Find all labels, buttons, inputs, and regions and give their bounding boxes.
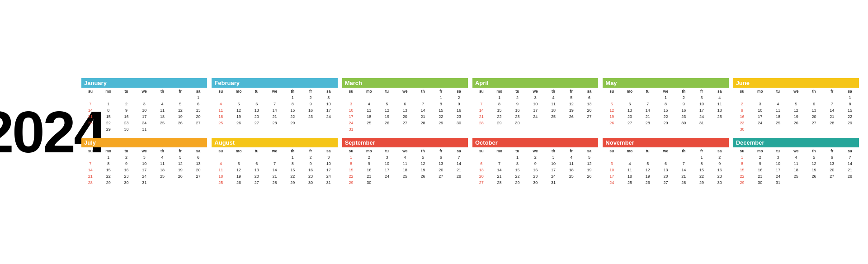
day-cell: 19	[639, 173, 657, 179]
day-cell: 11	[787, 160, 805, 167]
day-cell: 10	[320, 101, 338, 107]
dow-cell: tu	[378, 148, 396, 154]
dow-cell: su	[81, 89, 99, 94]
day-cell: 14	[675, 167, 693, 173]
day-cell: 10	[320, 160, 338, 167]
day-cell: 14	[450, 160, 468, 167]
dow-cell: we	[526, 148, 544, 154]
day-cell: 7	[472, 101, 491, 107]
dow-cell: we	[657, 148, 675, 154]
dow-cell: sa	[711, 89, 729, 94]
day-cell: 18	[396, 167, 414, 173]
dow-cell: mo	[491, 148, 509, 154]
day-cell: 24	[751, 120, 769, 126]
dow-cell: sa	[189, 89, 208, 94]
day-cell: 8	[733, 160, 751, 167]
day-cell: 24	[544, 173, 562, 179]
day-cell: 15	[283, 167, 302, 173]
dow-cell: mo	[751, 89, 769, 94]
day-cell: 7	[823, 101, 841, 107]
days-grid: 1234567891011121314151617181920212223242…	[212, 94, 337, 126]
day-cell: 7	[81, 160, 99, 167]
dow-row: sumotuwethfrsa	[472, 89, 598, 94]
day-cell: 9	[675, 101, 693, 107]
month-november: Novembersumotuwethfrsa123456789101112131…	[603, 138, 728, 186]
day-cell: 30	[302, 179, 320, 186]
day-cell: 14	[841, 160, 859, 167]
day-empty	[639, 154, 657, 160]
day-cell: 24	[769, 173, 787, 179]
day-cell: 4	[212, 160, 230, 167]
dow-cell: th	[544, 89, 562, 94]
day-cell: 13	[248, 167, 266, 173]
day-cell: 4	[562, 154, 580, 160]
day-cell: 2	[360, 154, 378, 160]
day-cell: 10	[342, 107, 360, 113]
day-empty	[248, 94, 266, 101]
day-cell: 2	[675, 94, 693, 101]
dow-cell: fr	[432, 148, 450, 154]
day-cell: 28	[639, 120, 657, 126]
day-cell: 15	[693, 167, 711, 173]
day-cell: 25	[544, 113, 562, 120]
day-empty	[414, 94, 432, 101]
day-cell: 16	[118, 167, 136, 173]
day-cell: 12	[230, 107, 248, 113]
day-cell: 11	[769, 107, 787, 113]
day-cell: 24	[320, 173, 338, 179]
day-cell: 26	[562, 113, 580, 120]
day-cell: 2	[711, 154, 729, 160]
day-cell: 7	[841, 154, 859, 160]
day-cell: 3	[378, 154, 396, 160]
day-cell: 25	[396, 173, 414, 179]
day-cell: 31	[544, 179, 562, 186]
day-cell: 9	[118, 160, 136, 167]
day-cell: 27	[189, 173, 208, 179]
day-cell: 22	[509, 173, 527, 179]
day-cell: 19	[230, 173, 248, 179]
day-cell: 23	[302, 173, 320, 179]
day-cell: 19	[414, 167, 432, 173]
day-cell: 10	[378, 160, 396, 167]
day-cell: 5	[378, 101, 396, 107]
month-header: October	[472, 138, 598, 147]
day-cell: 23	[711, 173, 729, 179]
day-empty	[81, 154, 99, 160]
day-empty	[189, 126, 208, 132]
day-cell: 22	[99, 120, 118, 126]
month-header: February	[212, 78, 337, 88]
day-cell: 27	[823, 173, 841, 179]
day-cell: 15	[432, 107, 450, 113]
day-cell: 9	[450, 101, 468, 107]
day-empty	[751, 126, 769, 132]
day-cell: 16	[751, 167, 769, 173]
day-cell: 19	[603, 113, 621, 120]
day-cell: 12	[603, 107, 621, 113]
dow-cell: su	[342, 89, 360, 94]
days-grid: 1234567891011121314151617181920212223242…	[212, 154, 337, 186]
day-cell: 28	[81, 120, 99, 126]
day-cell: 1	[693, 154, 711, 160]
day-cell: 11	[153, 160, 171, 167]
day-cell: 11	[212, 167, 230, 173]
day-cell: 5	[230, 160, 248, 167]
day-cell: 30	[733, 126, 751, 132]
day-cell: 17	[342, 113, 360, 120]
day-empty	[414, 126, 432, 132]
day-cell: 14	[823, 107, 841, 113]
day-cell: 8	[283, 160, 302, 167]
day-empty	[733, 94, 751, 101]
day-empty	[153, 94, 171, 101]
day-empty	[378, 126, 396, 132]
dow-cell: fr	[693, 89, 711, 94]
dow-cell: th	[675, 148, 693, 154]
day-cell: 25	[787, 173, 805, 179]
day-cell: 15	[99, 167, 118, 173]
day-cell: 10	[603, 167, 621, 173]
dow-cell: su	[472, 89, 491, 94]
dow-cell: th	[675, 89, 693, 94]
day-cell: 31	[769, 179, 787, 186]
day-cell: 17	[320, 107, 338, 113]
dow-cell: mo	[751, 148, 769, 154]
day-cell: 18	[562, 167, 580, 173]
